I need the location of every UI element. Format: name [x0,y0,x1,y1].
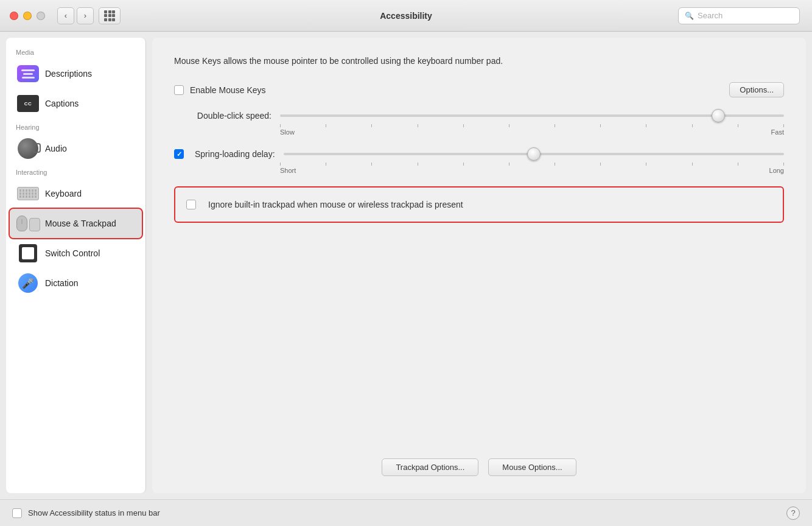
spring-loading-tick-row: Short Long [174,163,784,174]
nav-buttons: ‹ › [57,7,94,24]
double-click-speed-slider[interactable] [280,110,784,122]
sidebar-section-hearing: Hearing [6,119,145,133]
status-bar-checkbox[interactable] [12,508,22,518]
double-click-end-labels: Slow Fast [280,128,784,136]
minimize-button[interactable] [23,12,32,20]
window-title: Accessibility [380,11,432,21]
enable-mouse-keys-row: Enable Mouse Keys Options... [174,82,784,97]
audio-label: Audio [45,144,67,153]
statusbar: Show Accessibility status in menu bar ? [0,499,812,526]
mouse-trackpad-label: Mouse & Trackpad [45,219,116,228]
captions-icon: CC [17,93,39,114]
ignore-trackpad-label: Ignore built-in trackpad when mouse or w… [208,198,463,211]
sidebar-item-audio[interactable]: Audio [10,134,142,163]
enable-mouse-keys-label: Enable Mouse Keys [190,85,266,95]
maximize-button[interactable] [37,12,45,20]
sidebar-section-interacting: Interacting [6,164,145,178]
spring-loading-thumb[interactable] [527,147,541,161]
sidebar-item-descriptions[interactable]: Descriptions [10,59,142,88]
spring-loading-section: Spring-loading delay: [174,148,784,174]
spring-loading-end-labels: Short Long [280,167,784,174]
ignore-trackpad-section: Ignore built-in trackpad when mouse or w… [174,186,784,223]
switch-control-label: Switch Control [45,248,100,258]
double-click-tick-row: Slow Fast [174,124,784,136]
keyboard-label: Keyboard [45,189,82,198]
mouse-options-button[interactable]: Mouse Options... [488,458,576,476]
audio-icon [17,138,39,160]
spring-loading-long-label: Long [769,167,784,174]
spring-loading-label: Spring-loading delay: [195,149,275,159]
captions-label: Captions [45,99,79,108]
mouse-trackpad-icon [17,212,39,234]
main-content: Media Descriptions CC Captions Hearing [0,32,812,499]
ignore-trackpad-row: Ignore built-in trackpad when mouse or w… [186,198,772,211]
sidebar: Media Descriptions CC Captions Hearing [6,38,146,493]
enable-mouse-keys-checkbox[interactable] [174,85,184,95]
panel-description: Mouse Keys allows the mouse pointer to b… [174,55,588,68]
double-click-speed-thumb[interactable] [712,109,725,122]
double-click-speed-section: Double-click speed: Slow [174,110,784,136]
spring-loading-short-label: Short [280,167,296,174]
bottom-buttons: Trackpad Options... Mouse Options... [174,458,784,476]
spring-loading-ticks-area: Short Long [280,163,784,174]
keyboard-icon [17,183,39,205]
right-panel: Mouse Keys allows the mouse pointer to b… [152,38,806,493]
double-click-tick-marks [280,124,784,127]
close-button[interactable] [10,12,18,20]
spring-loading-track [284,153,784,155]
status-bar-label: Show Accessibility status in menu bar [28,508,160,517]
descriptions-icon [17,63,39,85]
trackpad-options-button[interactable]: Trackpad Options... [382,458,478,476]
double-click-slow-label: Slow [280,128,295,136]
sidebar-item-dictation[interactable]: 🎤 Dictation [10,268,142,298]
titlebar: ‹ › Accessibility 🔍 [0,0,812,32]
double-click-speed-row: Double-click speed: [174,110,784,122]
grid-view-button[interactable] [99,7,121,24]
forward-button[interactable]: › [77,7,94,24]
sidebar-section-media: Media [6,44,145,58]
sidebar-item-switch-control[interactable]: Switch Control [10,239,142,268]
search-icon: 🔍 [685,12,694,20]
sidebar-item-captions[interactable]: CC Captions [10,89,142,118]
spring-loading-slider[interactable] [284,148,784,160]
sidebar-item-keyboard[interactable]: Keyboard [10,179,142,208]
double-click-ticks-area: Slow Fast [280,124,784,136]
double-click-speed-track [280,114,784,117]
sidebar-item-mouse-trackpad[interactable]: Mouse & Trackpad [10,209,142,238]
dictation-icon: 🎤 [17,272,39,294]
ignore-trackpad-checkbox[interactable] [186,200,196,209]
help-button[interactable]: ? [786,507,800,520]
search-bar[interactable]: 🔍 [678,7,800,24]
dictation-label: Dictation [45,278,78,288]
spring-loading-checkbox[interactable] [174,149,184,159]
descriptions-label: Descriptions [45,69,92,79]
switch-control-icon [17,242,39,264]
spring-loading-tick-marks [280,163,784,166]
double-click-fast-label: Fast [771,128,784,136]
spring-loading-row: Spring-loading delay: [174,148,784,160]
options-button[interactable]: Options... [729,82,784,97]
traffic-lights [10,12,45,20]
back-button[interactable]: ‹ [57,7,74,24]
grid-icon [104,10,115,21]
search-input[interactable] [698,11,793,20]
double-click-speed-label: Double-click speed: [174,111,271,121]
